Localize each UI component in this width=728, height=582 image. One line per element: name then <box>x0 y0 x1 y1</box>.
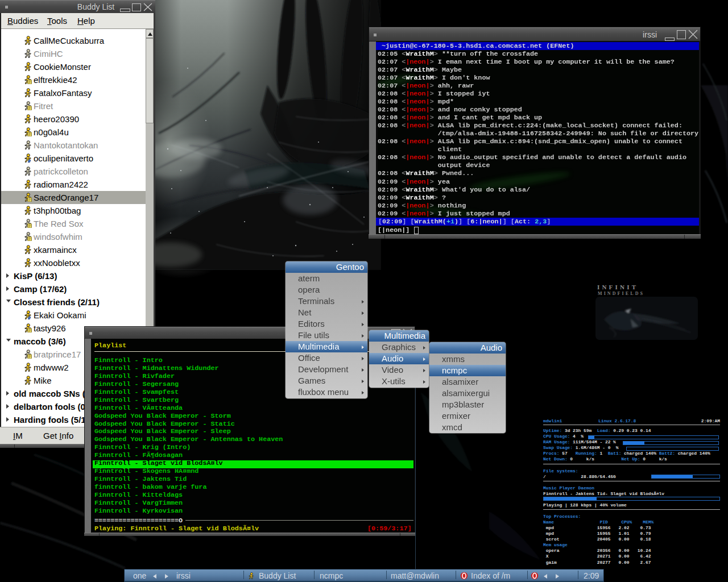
svg-text:INFINIT: INFINIT <box>597 284 638 290</box>
svg-text:MINDFIELDS: MINDFIELDS <box>598 291 644 296</box>
